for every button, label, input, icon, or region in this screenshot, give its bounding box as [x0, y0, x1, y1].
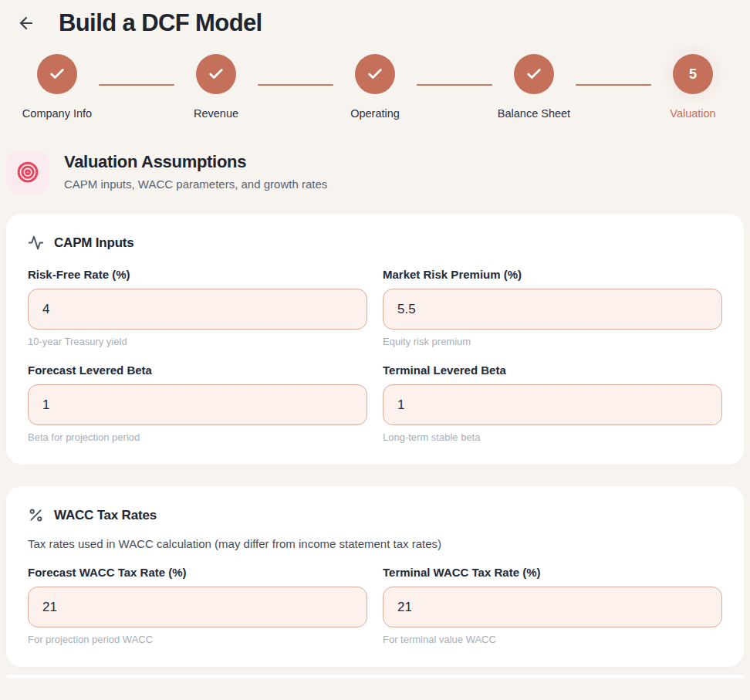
section-title: Valuation Assumptions	[64, 152, 327, 172]
back-button[interactable]	[15, 12, 37, 34]
field-label: Risk-Free Rate (%)	[28, 268, 367, 281]
check-icon	[208, 66, 225, 83]
stepper-connector	[258, 84, 333, 86]
step-circle-complete	[196, 54, 236, 94]
forecast-wacc-tax-rate-input[interactable]	[28, 587, 367, 627]
wacc-tax-rates-card: WACC Tax Rates Tax rates used in WACC ca…	[6, 486, 744, 667]
section-header: Valuation Assumptions CAPM inputs, WACC …	[6, 150, 744, 194]
field-label: Terminal Levered Beta	[383, 364, 722, 377]
percent-icon	[28, 507, 44, 523]
page-title: Build a DCF Model	[59, 9, 262, 37]
card-header: WACC Tax Rates	[28, 507, 722, 523]
step-label: Revenue	[194, 107, 238, 120]
step-label: Valuation	[670, 107, 715, 120]
field-forecast-wacc-tax-rate: Forecast WACC Tax Rate (%) For projectio…	[28, 566, 367, 645]
step-revenue[interactable]: Revenue	[170, 54, 262, 120]
field-helper: Beta for projection period	[28, 431, 367, 443]
field-terminal-wacc-tax-rate: Terminal WACC Tax Rate (%) For terminal …	[383, 566, 722, 645]
field-risk-free-rate: Risk-Free Rate (%) 10-year Treasury yiel…	[28, 268, 367, 347]
field-label: Forecast WACC Tax Rate (%)	[28, 566, 367, 579]
card-description: Tax rates used in WACC calculation (may …	[28, 537, 722, 550]
risk-free-rate-input[interactable]	[28, 289, 367, 330]
stepper: Company Info Revenue Operating Balance S…	[11, 54, 739, 120]
field-helper: For terminal value WACC	[383, 634, 722, 645]
target-icon	[6, 150, 49, 194]
field-forecast-levered-beta: Forecast Levered Beta Beta for projectio…	[28, 364, 367, 443]
stepper-connector	[576, 84, 651, 86]
field-market-risk-premium: Market Risk Premium (%) Equity risk prem…	[383, 268, 722, 347]
step-balance-sheet[interactable]: Balance Sheet	[488, 54, 580, 120]
step-label: Operating	[350, 107, 400, 120]
stepper-connector	[99, 84, 174, 86]
terminal-levered-beta-input[interactable]	[383, 384, 722, 425]
next-card-top-edge	[6, 675, 744, 678]
arrow-left-icon	[17, 14, 35, 32]
step-circle-active: 5	[673, 54, 713, 94]
field-helper: Equity risk premium	[383, 336, 722, 347]
card-title: CAPM Inputs	[54, 235, 134, 251]
capm-fields-grid: Risk-Free Rate (%) 10-year Treasury yiel…	[28, 268, 722, 443]
forecast-levered-beta-input[interactable]	[28, 384, 367, 425]
field-helper: For projection period WACC	[28, 634, 367, 645]
check-icon	[49, 66, 66, 83]
check-icon	[367, 66, 383, 83]
section-header-text: Valuation Assumptions CAPM inputs, WACC …	[64, 150, 327, 191]
step-circle-complete	[37, 54, 77, 94]
step-company-info[interactable]: Company Info	[11, 54, 103, 120]
terminal-wacc-tax-rate-input[interactable]	[383, 587, 722, 627]
step-operating[interactable]: Operating	[329, 54, 421, 120]
field-label: Terminal WACC Tax Rate (%)	[383, 566, 722, 579]
card-header: CAPM Inputs	[28, 235, 722, 251]
activity-icon	[28, 235, 44, 251]
field-terminal-levered-beta: Terminal Levered Beta Long-term stable b…	[383, 364, 722, 443]
step-label: Balance Sheet	[498, 107, 570, 120]
card-title: WACC Tax Rates	[54, 508, 157, 523]
market-risk-premium-input[interactable]	[383, 289, 722, 330]
wacc-fields-grid: Forecast WACC Tax Rate (%) For projectio…	[28, 566, 722, 645]
field-helper: 10-year Treasury yield	[28, 336, 367, 347]
capm-inputs-card: CAPM Inputs Risk-Free Rate (%) 10-year T…	[6, 214, 744, 465]
step-circle-complete	[514, 54, 554, 94]
section-subtitle: CAPM inputs, WACC parameters, and growth…	[64, 178, 327, 191]
step-number: 5	[689, 66, 697, 83]
field-helper: Long-term stable beta	[383, 431, 722, 443]
step-label: Company Info	[22, 107, 92, 120]
step-circle-complete	[355, 54, 395, 94]
field-label: Market Risk Premium (%)	[383, 268, 722, 281]
step-valuation-active[interactable]: 5 Valuation	[647, 54, 739, 120]
check-icon	[525, 66, 542, 83]
field-label: Forecast Levered Beta	[28, 364, 367, 377]
topbar: Build a DCF Model	[0, 0, 750, 37]
stepper-connector	[417, 84, 492, 86]
